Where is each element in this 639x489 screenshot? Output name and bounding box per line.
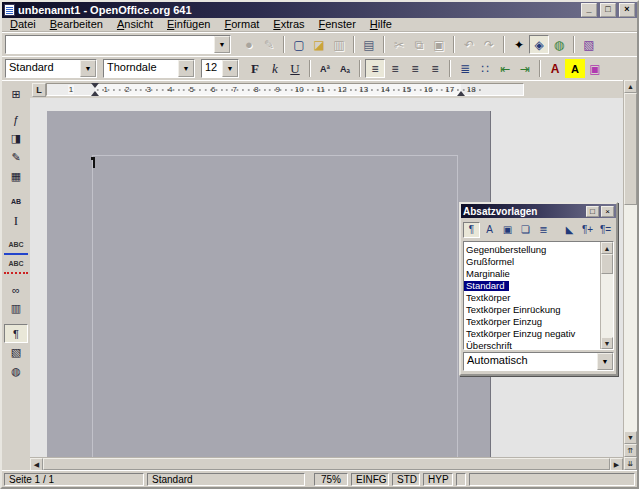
gallery-button[interactable]: ▧ (579, 35, 599, 54)
close-button[interactable]: × (619, 3, 635, 17)
status-insert-mode[interactable]: EINFG (351, 473, 389, 486)
chevron-down-icon[interactable]: ▼ (222, 60, 238, 77)
menu-fenster[interactable]: Fenster (312, 18, 363, 31)
status-selection-mode[interactable]: STD (392, 473, 420, 486)
style-item-label[interactable]: Textkörper Einrückung (464, 304, 563, 315)
chevron-down-icon[interactable]: ▼ (597, 353, 613, 370)
style-list-row[interactable]: Textkörper Einzug negativ (464, 327, 600, 339)
underline-button[interactable]: U (285, 59, 305, 78)
style-list-scrollbar[interactable]: ▲ ▼ (600, 242, 613, 349)
url-combobox[interactable]: ▼ (5, 35, 231, 54)
stylist-title-bar[interactable]: Absatzvorlagen □ × (461, 204, 616, 218)
paragraph-style-combobox[interactable]: Standard ▼ (5, 59, 97, 78)
paragraph-styles-button[interactable]: ¶ (463, 222, 480, 238)
numbering-button[interactable]: ≣ (455, 59, 475, 78)
align-justify-button[interactable]: ≡ (425, 59, 445, 78)
subscript-button[interactable]: Aₐ (335, 59, 355, 78)
fill-format-mode-button[interactable]: ◣ (561, 222, 578, 238)
chevron-down-icon[interactable]: ▼ (80, 60, 96, 77)
style-list-row[interactable]: Überschrift (464, 339, 600, 349)
numbering-styles-button[interactable]: ≣ (535, 222, 552, 238)
style-filter-combobox[interactable]: Automatisch ▼ (463, 352, 614, 371)
style-list-row[interactable]: Textkörper Einrückung (464, 303, 600, 315)
highlighting-button[interactable]: A (565, 59, 585, 78)
redo-button[interactable]: ↷ (479, 35, 499, 54)
increase-indent-button[interactable]: ⇥ (515, 59, 535, 78)
frame-styles-button[interactable]: ▣ (499, 222, 516, 238)
style-item-label[interactable]: Grußformel (464, 256, 516, 267)
scroll-down-icon[interactable]: ▼ (601, 337, 613, 349)
style-item-label[interactable]: Gegenüberstellung (464, 244, 548, 255)
draw-functions-button[interactable]: ✎ (4, 148, 28, 167)
stick-button[interactable]: □ (586, 206, 599, 217)
cut-button[interactable]: ✂ (389, 35, 409, 54)
character-styles-button[interactable]: A (481, 222, 498, 238)
online-layout-button[interactable]: ◍ (4, 362, 28, 381)
align-left-button[interactable]: ≡ (365, 59, 385, 78)
decrease-indent-button[interactable]: ⇤ (495, 59, 515, 78)
vertical-scroll-track[interactable] (624, 205, 637, 431)
update-style-button[interactable]: ¶= (597, 222, 614, 238)
style-item-label[interactable]: Textkörper (464, 292, 512, 303)
page-styles-button[interactable]: ❏ (517, 222, 534, 238)
document-page[interactable] (47, 111, 491, 457)
style-list-row[interactable]: Textkörper Einzug (464, 315, 600, 327)
copy-button[interactable]: ⧉ (409, 35, 429, 54)
status-zoom[interactable]: 75% (314, 473, 348, 486)
menu-extras[interactable]: Extras (266, 18, 311, 31)
navigator-button[interactable]: ✦ (509, 35, 529, 54)
stylist-close-button[interactable]: × (601, 206, 614, 217)
right-indent-marker[interactable] (457, 91, 465, 96)
menu-format[interactable]: Format (217, 18, 266, 31)
minimize-button[interactable]: _ (581, 3, 597, 17)
style-list-row[interactable]: Standard (464, 279, 600, 291)
paste-button[interactable]: ▣ (429, 35, 449, 54)
stop-loading-button[interactable]: ● (239, 35, 259, 54)
style-scroll-thumb[interactable] (601, 254, 613, 274)
print-button[interactable]: ▤ (359, 35, 379, 54)
spellcheck-button[interactable]: ABC (4, 236, 28, 255)
find-replace-button[interactable]: ∞ (4, 280, 28, 299)
menu-hilfe[interactable]: Hilfe (363, 18, 399, 31)
bold-button[interactable]: F (245, 59, 265, 78)
horizontal-scroll-thumb[interactable] (43, 458, 610, 470)
scroll-up-icon[interactable]: ▲ (624, 80, 637, 93)
autotext-button[interactable]: AB (4, 192, 28, 211)
paragraph-background-button[interactable]: ▣ (585, 59, 605, 78)
menu-bearbeiten[interactable]: Bearbeiten (43, 18, 110, 31)
nonprinting-characters-button[interactable]: ¶ (4, 324, 28, 343)
style-scroll-track[interactable] (601, 274, 613, 337)
insert-fields-button[interactable]: ƒ (4, 110, 28, 129)
status-hyperlink-mode[interactable]: HYP (423, 473, 453, 486)
scroll-down-icon[interactable]: ▼ (624, 431, 637, 444)
new-style-from-selection-button[interactable]: ¶+ (579, 222, 596, 238)
vertical-scrollbar[interactable]: ▲ ▼ ⇈ ⇊ (623, 80, 637, 470)
first-line-indent-marker[interactable] (91, 83, 99, 88)
autospellcheck-button[interactable]: ABC (4, 255, 28, 274)
previous-page-icon[interactable]: ⇈ (624, 444, 637, 457)
style-item-label[interactable]: Standard (464, 281, 509, 291)
open-button[interactable]: ◪ (309, 35, 329, 54)
vertical-scroll-thumb[interactable] (624, 93, 637, 205)
style-item-label[interactable]: Marginalie (464, 268, 512, 279)
insert-button[interactable]: ⊞ (4, 85, 28, 104)
superscript-button[interactable]: Aª (315, 59, 335, 78)
form-functions-button[interactable]: ▦ (4, 167, 28, 186)
style-list-row[interactable]: Textkörper (464, 291, 600, 303)
insert-objects-button[interactable]: ◨ (4, 129, 28, 148)
save-button[interactable]: ▥ (329, 35, 349, 54)
maximize-button[interactable]: □ (600, 3, 616, 17)
graphics-onoff-button[interactable]: ▧ (4, 343, 28, 362)
bullets-button[interactable]: ∷ (475, 59, 495, 78)
align-right-button[interactable]: ≡ (405, 59, 425, 78)
direct-cursor-button[interactable]: I (4, 211, 28, 230)
style-item-label[interactable]: Überschrift (464, 340, 514, 349)
align-center-button[interactable]: ≡ (385, 59, 405, 78)
font-name-combobox[interactable]: Thorndale ▼ (103, 59, 195, 78)
scroll-up-icon[interactable]: ▲ (601, 242, 613, 254)
edit-file-button[interactable]: ✎ (259, 35, 279, 54)
new-document-button[interactable]: ▢ (289, 35, 309, 54)
horizontal-scrollbar[interactable]: ◀ ▶ (30, 457, 623, 470)
undo-button[interactable]: ↶ (459, 35, 479, 54)
tab-type-selector[interactable]: L (32, 83, 46, 97)
